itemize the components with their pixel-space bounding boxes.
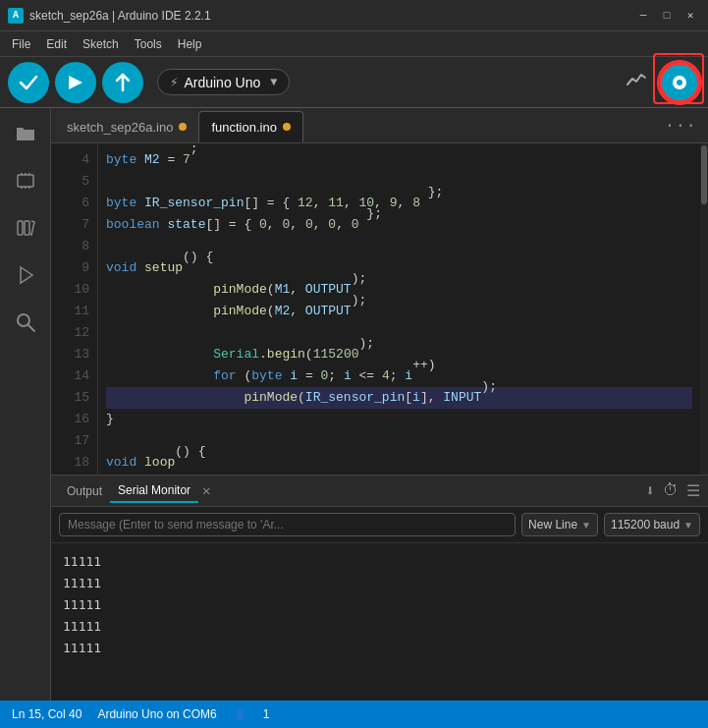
line-num-18: 18	[55, 452, 89, 474]
serial-message-input[interactable]	[59, 513, 516, 536]
line-num-7: 7	[55, 214, 89, 236]
serial-output: 11111 11111 11111 11111 11111	[51, 543, 708, 700]
sidebar-folder-icon[interactable]	[8, 116, 43, 151]
sidebar-board-icon[interactable]	[8, 163, 43, 198]
tab-sketch-dot	[179, 123, 187, 131]
main-area: sketch_sep26a.ino function.ino ··· 4 5 6…	[0, 108, 708, 700]
cursor-position: Ln 15, Col 40	[12, 707, 82, 721]
line-num-17: 17	[55, 430, 89, 452]
bottom-panel: Output Serial Monitor ✕ ⬇ ⏱ ☰ New Line ▼…	[51, 475, 708, 700]
code-line-7: boolean state[] = { 0, 0, 0, 0, 0 };	[106, 214, 692, 236]
sidebar-debug-icon[interactable]	[8, 257, 43, 293]
svg-rect-4	[18, 175, 33, 187]
code-line-4: byte M2 = 7;	[106, 149, 692, 171]
svg-rect-12	[25, 221, 29, 235]
upload-button[interactable]	[55, 62, 96, 103]
panel-tab-output[interactable]: Output	[59, 480, 110, 502]
serial-input-row: New Line ▼ 115200 baud ▼	[51, 507, 708, 543]
code-content[interactable]: byte M2 = 7; byte IR_sensor_pin[] = { 12…	[98, 143, 700, 475]
menu-help[interactable]: Help	[170, 35, 210, 53]
svg-rect-11	[18, 221, 23, 235]
maximize-button[interactable]: □	[657, 6, 677, 26]
tab-bar: sketch_sep26a.ino function.ino ···	[51, 108, 708, 143]
code-line-15: pinMode(IR_sensor_pin[i], INPUT);	[106, 387, 692, 409]
code-line-18: void loop() {	[106, 452, 692, 474]
panel-icons-right: ⬇ ⏱ ☰	[645, 481, 700, 501]
title-bar: A sketch_sep26a | Arduino IDE 2.2.1 ─ □ …	[0, 0, 708, 31]
people-icon: 👤	[233, 707, 247, 721]
sidebar-library-icon[interactable]	[8, 210, 43, 246]
tab-sketch[interactable]: sketch_sep26a.ino	[55, 111, 198, 142]
menu-edit[interactable]: Edit	[38, 35, 75, 53]
output-line-3: 11111	[63, 594, 696, 616]
code-line-11: pinMode(M2, OUTPUT);	[106, 301, 692, 322]
svg-marker-0	[69, 76, 82, 89]
line-num-6: 6	[55, 193, 89, 214]
svg-point-3	[677, 80, 682, 85]
menu-sketch[interactable]: Sketch	[75, 35, 127, 53]
output-line-1: 11111	[63, 551, 696, 573]
svg-point-14	[18, 314, 29, 326]
tab-function[interactable]: function.ino	[198, 111, 303, 142]
sidebar-search-icon[interactable]	[8, 305, 43, 340]
vertical-scrollbar[interactable]	[700, 143, 708, 475]
line-num-10: 10	[55, 279, 89, 301]
serial-monitor-button[interactable]	[659, 62, 700, 103]
toolbar-right	[622, 62, 700, 103]
line-num-16: 16	[55, 409, 89, 430]
app-icon: A	[8, 8, 24, 24]
baud-rate-label: 115200 baud	[611, 518, 680, 532]
menu-file[interactable]: File	[4, 35, 38, 53]
verify-button[interactable]	[8, 62, 49, 103]
new-line-label: New Line	[528, 518, 577, 532]
line-num-13: 13	[55, 344, 89, 365]
panel-tab-close-button[interactable]: ✕	[202, 482, 210, 499]
code-editor: 4 5 6 7 8 9 10 11 12 13 14 15 16 17 18 b…	[51, 143, 708, 475]
line-num-11: 11	[55, 301, 89, 322]
panel-menu-icon[interactable]: ☰	[686, 481, 700, 501]
scrollbar-thumb	[701, 145, 707, 204]
menu-bar: File Edit Sketch Tools Help	[0, 31, 708, 57]
baud-rate-dropdown[interactable]: 115200 baud ▼	[604, 513, 700, 536]
output-line-5: 11111	[63, 638, 696, 659]
toolbar: ⚡ Arduino Uno ▼	[0, 57, 708, 108]
status-bar: Ln 15, Col 40 Arduino Uno on COM6 👤 1	[0, 700, 708, 728]
tab-more-button[interactable]: ···	[657, 116, 704, 136]
line-num-14: 14	[55, 365, 89, 387]
new-line-dropdown[interactable]: New Line ▼	[521, 513, 598, 536]
line-num-12: 12	[55, 322, 89, 344]
menu-tools[interactable]: Tools	[127, 35, 170, 53]
usb-icon: ⚡	[170, 74, 178, 90]
panel-clock-icon[interactable]: ⏱	[663, 481, 679, 501]
output-line-4: 11111	[63, 616, 696, 638]
user-count: 1	[263, 707, 270, 721]
minimize-button[interactable]: ─	[633, 6, 653, 26]
line-num-15: 15	[55, 387, 89, 409]
board-dropdown-arrow: ▼	[270, 76, 277, 89]
board-name: Arduino Uno	[184, 75, 260, 90]
panel-collapse-icon[interactable]: ⬇	[645, 481, 655, 501]
serial-plotter-button[interactable]	[622, 65, 651, 99]
line-num-9: 9	[55, 257, 89, 279]
baud-arrow: ▼	[683, 520, 693, 531]
panel-tab-bar: Output Serial Monitor ✕ ⬇ ⏱ ☰	[51, 476, 708, 507]
new-line-arrow: ▼	[581, 520, 591, 531]
board-selector[interactable]: ⚡ Arduino Uno ▼	[157, 69, 290, 95]
output-line-2: 11111	[63, 573, 696, 594]
svg-line-15	[28, 325, 34, 331]
line-num-5: 5	[55, 171, 89, 193]
board-port: Arduino Uno on COM6	[97, 707, 216, 721]
tab-sketch-label: sketch_sep26a.ino	[67, 120, 173, 135]
debug-button[interactable]	[102, 62, 143, 103]
close-button[interactable]: ✕	[681, 6, 700, 26]
left-sidebar	[0, 108, 51, 700]
window-title: sketch_sep26a | Arduino IDE 2.2.1	[29, 9, 633, 23]
svg-marker-13	[21, 267, 32, 283]
tab-function-label: function.ino	[211, 120, 277, 135]
window-controls: ─ □ ✕	[633, 6, 700, 26]
panel-tab-serial-monitor[interactable]: Serial Monitor	[110, 479, 198, 503]
line-num-4: 4	[55, 149, 89, 171]
editor-section: sketch_sep26a.ino function.ino ··· 4 5 6…	[51, 108, 708, 700]
tab-function-dot	[283, 123, 291, 131]
line-num-8: 8	[55, 236, 89, 257]
